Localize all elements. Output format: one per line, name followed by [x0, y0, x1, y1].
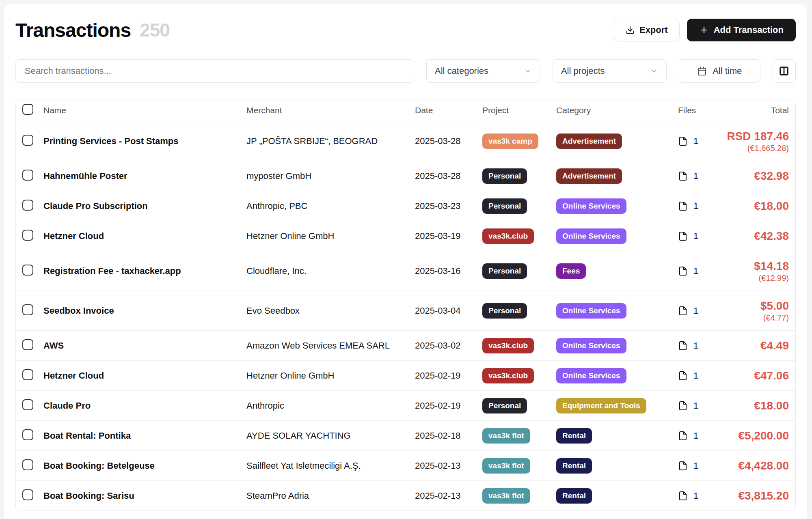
total-amount: RSD 187.46 [727, 129, 789, 143]
transaction-date: 2025-02-19 [415, 401, 482, 411]
project-badge[interactable]: vas3k flot [482, 428, 530, 444]
project-badge[interactable]: vas3k flot [482, 458, 530, 474]
row-checkbox[interactable] [22, 489, 33, 500]
total-cell: €3,815.20 [727, 489, 789, 503]
category-badge[interactable]: Rental [556, 428, 592, 444]
row-checkbox[interactable] [22, 135, 33, 146]
page-title: Transactions [15, 19, 131, 41]
total-amount: €4.49 [727, 338, 789, 353]
project-badge[interactable]: vas3k.club [482, 368, 534, 383]
transaction-date: 2025-03-19 [415, 231, 482, 241]
transaction-merchant: myposter GmbH [246, 171, 415, 181]
files-cell: 1 [678, 306, 727, 316]
calendar-icon [697, 66, 707, 76]
row-checkbox[interactable] [22, 339, 33, 350]
files-count: 1 [693, 171, 698, 181]
table-row[interactable]: Claude Pro Subscription Anthropic, PBC 2… [16, 191, 795, 221]
transaction-name: Registration Fee - taxhacker.app [43, 266, 246, 276]
project-badge[interactable]: vas3k.club [482, 338, 534, 353]
project-badge[interactable]: Personal [482, 398, 527, 413]
total-cell: $14.18 (€12.99) [727, 259, 789, 283]
table-row[interactable]: AWS Amazon Web Services EMEA SARL 2025-0… [16, 331, 795, 361]
files-cell: 1 [678, 401, 727, 411]
category-badge[interactable]: Rental [556, 458, 592, 474]
category-badge[interactable]: Online Services [556, 303, 626, 319]
transaction-merchant: Sailfleet Yat Isletmeciligi A.Ş. [246, 461, 415, 471]
file-icon [678, 461, 688, 471]
project-badge[interactable]: Personal [482, 198, 527, 214]
add-transaction-button[interactable]: Add Transaction [687, 19, 796, 41]
column-header-project: Project [482, 106, 556, 115]
table-row[interactable]: Hetzner Cloud Hetzner Online GmbH 2025-0… [16, 221, 795, 251]
column-header-files: Files [678, 106, 727, 115]
row-checkbox[interactable] [22, 399, 33, 410]
category-badge[interactable]: Online Services [556, 228, 626, 244]
table-row[interactable]: Boat Booking: Betelgeuse Sailfleet Yat I… [16, 451, 795, 481]
header-actions: Export Add Transaction [614, 19, 796, 41]
category-badge[interactable]: Rental [556, 488, 592, 504]
project-badge[interactable]: Personal [482, 263, 527, 279]
categories-filter[interactable]: All categories [426, 59, 540, 83]
transaction-date: 2025-02-19 [415, 370, 482, 381]
table-row[interactable]: Registration Fee - taxhacker.app Cloudfl… [16, 251, 795, 291]
transaction-merchant: Hetzner Online GmbH [246, 370, 415, 381]
files-count: 1 [693, 340, 698, 351]
table-row[interactable]: Claude Pro Anthropic 2025-02-19 Personal… [16, 391, 795, 421]
category-badge[interactable]: Equipment and Tools [556, 398, 646, 413]
file-icon [678, 231, 688, 241]
project-badge[interactable]: vas3k flot [482, 488, 530, 504]
transaction-merchant: AYDE SOLAR YACHTING [246, 431, 415, 441]
row-checkbox[interactable] [22, 304, 33, 315]
project-badge[interactable]: vas3k.club [482, 228, 534, 244]
file-icon [678, 136, 688, 146]
category-badge[interactable]: Online Services [556, 368, 626, 383]
projects-filter[interactable]: All projects [553, 59, 667, 83]
row-checkbox[interactable] [22, 200, 33, 211]
total-amount: €5,200.00 [727, 429, 789, 443]
files-count: 1 [693, 370, 698, 381]
table-header-row: Name Merchant Date Project Category File… [16, 99, 795, 121]
column-header-name: Name [43, 106, 246, 115]
export-button-label: Export [639, 25, 668, 35]
table-row[interactable]: Hetzner Cloud Hetzner Online GmbH 2025-0… [16, 361, 795, 391]
transaction-date: 2025-02-18 [415, 431, 482, 441]
table-row[interactable]: Hahnemühle Poster myposter GmbH 2025-03-… [16, 161, 795, 191]
table-row[interactable]: Boat Rental: Pontika AYDE SOLAR YACHTING… [16, 421, 795, 451]
category-badge[interactable]: Online Services [556, 198, 626, 214]
select-all-checkbox[interactable] [22, 104, 33, 115]
row-checkbox[interactable] [22, 459, 33, 470]
categories-filter-value: All categories [435, 66, 488, 76]
table-row[interactable]: Seedbox Invoice Evo Seedbox 2025-03-04 P… [16, 291, 795, 331]
export-button[interactable]: Export [614, 19, 680, 41]
transaction-merchant: SteamPro Adria [246, 491, 415, 501]
projects-filter-value: All projects [561, 66, 605, 76]
project-badge[interactable]: Personal [482, 303, 527, 319]
category-badge[interactable]: Advertisement [556, 168, 622, 184]
row-checkbox[interactable] [22, 265, 33, 276]
project-badge[interactable]: vas3k camp [482, 134, 538, 149]
files-cell: 1 [678, 370, 727, 381]
file-icon [678, 431, 688, 441]
transaction-date: 2025-02-13 [415, 491, 482, 501]
row-checkbox[interactable] [22, 230, 33, 241]
column-settings-button[interactable] [773, 59, 796, 83]
category-badge[interactable]: Advertisement [556, 134, 622, 149]
table-row[interactable]: Printing Services - Post Stamps JP „POŠT… [16, 121, 795, 161]
column-header-total: Total [727, 106, 789, 115]
file-icon [678, 201, 688, 211]
category-badge[interactable]: Online Services [556, 338, 626, 353]
add-transaction-button-label: Add Transaction [714, 25, 784, 35]
row-checkbox[interactable] [22, 369, 33, 380]
table-row[interactable]: Boat Booking: Sarisu SteamPro Adria 2025… [16, 481, 795, 511]
category-badge[interactable]: Fees [556, 263, 586, 279]
files-cell: 1 [678, 491, 727, 501]
row-checkbox[interactable] [22, 429, 33, 440]
project-badge[interactable]: Personal [482, 168, 527, 184]
transaction-date: 2025-03-23 [415, 201, 482, 211]
row-checkbox[interactable] [22, 170, 33, 181]
total-amount: $5.00 [727, 299, 789, 313]
download-icon [626, 26, 635, 34]
search-input[interactable] [25, 66, 405, 76]
transaction-name: Boat Booking: Betelgeuse [43, 461, 246, 471]
date-range-filter[interactable]: All time [679, 59, 760, 83]
